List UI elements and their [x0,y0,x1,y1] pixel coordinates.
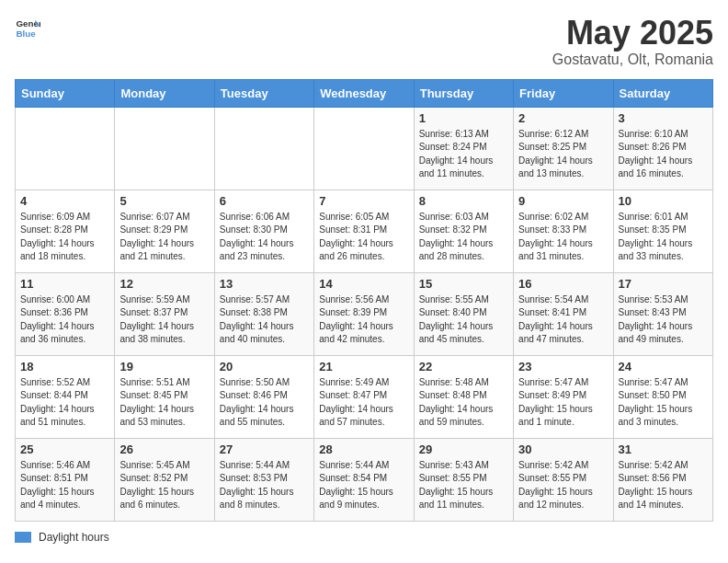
calendar-cell: 26Sunrise: 5:45 AM Sunset: 8:52 PM Dayli… [115,438,214,521]
calendar-cell: 28Sunrise: 5:44 AM Sunset: 8:54 PM Dayli… [314,438,414,521]
calendar-cell: 18Sunrise: 5:52 AM Sunset: 8:44 PM Dayli… [16,355,115,438]
day-info: Sunrise: 5:49 AM Sunset: 8:47 PM Dayligh… [319,376,408,430]
calendar-cell: 30Sunrise: 5:42 AM Sunset: 8:55 PM Dayli… [514,438,613,521]
calendar-cell: 16Sunrise: 5:54 AM Sunset: 8:41 PM Dayli… [514,272,613,355]
day-number: 31 [619,442,708,456]
calendar-cell: 20Sunrise: 5:50 AM Sunset: 8:46 PM Dayli… [214,355,313,438]
day-number: 21 [319,360,408,373]
calendar-table: SundayMondayTuesdayWednesdayThursdayFrid… [15,79,713,522]
day-info: Sunrise: 5:55 AM Sunset: 8:40 PM Dayligh… [419,293,508,347]
day-info: Sunrise: 5:57 AM Sunset: 8:38 PM Dayligh… [220,293,309,347]
day-number: 3 [619,111,708,125]
day-info: Sunrise: 5:53 AM Sunset: 8:43 PM Dayligh… [619,293,708,347]
day-number: 27 [220,442,309,456]
day-number: 9 [518,194,608,208]
calendar-cell: 2Sunrise: 6:12 AM Sunset: 8:25 PM Daylig… [514,107,613,190]
day-info: Sunrise: 6:12 AM Sunset: 8:25 PM Dayligh… [518,128,608,181]
day-number: 7 [319,194,408,208]
calendar-cell: 22Sunrise: 5:48 AM Sunset: 8:48 PM Dayli… [414,355,513,438]
calendar-cell: 14Sunrise: 5:56 AM Sunset: 8:39 PM Dayli… [314,272,414,355]
day-info: Sunrise: 5:47 AM Sunset: 8:50 PM Dayligh… [619,376,708,430]
svg-text:Blue: Blue [16,29,36,39]
legend: Daylight hours [15,531,713,544]
calendar-cell: 8Sunrise: 6:03 AM Sunset: 8:32 PM Daylig… [414,190,513,272]
calendar-cell: 15Sunrise: 5:55 AM Sunset: 8:40 PM Dayli… [414,272,513,355]
day-info: Sunrise: 5:51 AM Sunset: 8:45 PM Dayligh… [119,376,209,430]
calendar-header: SundayMondayTuesdayWednesdayThursdayFrid… [16,79,713,107]
legend-label: Daylight hours [39,531,109,544]
calendar-cell [214,107,313,190]
week-row-5: 25Sunrise: 5:46 AM Sunset: 8:51 PM Dayli… [16,438,713,521]
day-number: 8 [419,194,508,208]
calendar-cell: 10Sunrise: 6:01 AM Sunset: 8:35 PM Dayli… [613,190,712,272]
calendar-cell [115,107,214,190]
subtitle: Gostavatu, Olt, Romania [552,52,713,68]
day-number: 25 [20,442,109,456]
title-area: May 2025 Gostavatu, Olt, Romania [552,15,713,68]
week-row-1: 1Sunrise: 6:13 AM Sunset: 8:24 PM Daylig… [16,107,713,190]
calendar-cell: 21Sunrise: 5:49 AM Sunset: 8:47 PM Dayli… [314,355,414,438]
header: General Blue May 2025 Gostavatu, Olt, Ro… [15,15,713,68]
calendar-cell [314,107,414,190]
calendar-body: 1Sunrise: 6:13 AM Sunset: 8:24 PM Daylig… [16,107,713,521]
day-number: 6 [220,194,309,208]
day-info: Sunrise: 5:45 AM Sunset: 8:52 PM Dayligh… [119,459,209,512]
calendar-cell: 12Sunrise: 5:59 AM Sunset: 8:37 PM Dayli… [115,272,214,355]
day-info: Sunrise: 6:03 AM Sunset: 8:32 PM Dayligh… [419,211,508,264]
calendar-cell: 3Sunrise: 6:10 AM Sunset: 8:26 PM Daylig… [613,107,712,190]
day-number: 5 [119,194,209,208]
calendar-cell: 6Sunrise: 6:06 AM Sunset: 8:30 PM Daylig… [214,190,313,272]
calendar-cell: 1Sunrise: 6:13 AM Sunset: 8:24 PM Daylig… [414,107,513,190]
day-number: 2 [518,111,608,125]
day-info: Sunrise: 5:54 AM Sunset: 8:41 PM Dayligh… [518,293,608,347]
calendar-cell: 23Sunrise: 5:47 AM Sunset: 8:49 PM Dayli… [514,355,613,438]
day-info: Sunrise: 6:07 AM Sunset: 8:29 PM Dayligh… [119,211,209,264]
day-number: 13 [220,277,309,291]
day-info: Sunrise: 6:10 AM Sunset: 8:26 PM Dayligh… [619,128,708,181]
day-info: Sunrise: 5:43 AM Sunset: 8:55 PM Dayligh… [419,459,508,512]
calendar-cell: 27Sunrise: 5:44 AM Sunset: 8:53 PM Dayli… [214,438,313,521]
day-info: Sunrise: 5:42 AM Sunset: 8:55 PM Dayligh… [518,459,608,512]
day-info: Sunrise: 5:46 AM Sunset: 8:51 PM Dayligh… [20,459,109,512]
day-number: 22 [419,360,508,373]
day-number: 20 [220,360,309,373]
day-info: Sunrise: 6:05 AM Sunset: 8:31 PM Dayligh… [319,211,408,264]
day-info: Sunrise: 5:56 AM Sunset: 8:39 PM Dayligh… [319,293,408,347]
week-row-2: 4Sunrise: 6:09 AM Sunset: 8:28 PM Daylig… [16,190,713,272]
week-row-3: 11Sunrise: 6:00 AM Sunset: 8:36 PM Dayli… [16,272,713,355]
week-row-4: 18Sunrise: 5:52 AM Sunset: 8:44 PM Dayli… [16,355,713,438]
day-info: Sunrise: 6:06 AM Sunset: 8:30 PM Dayligh… [220,211,309,264]
day-info: Sunrise: 6:09 AM Sunset: 8:28 PM Dayligh… [20,211,109,264]
calendar-cell: 17Sunrise: 5:53 AM Sunset: 8:43 PM Dayli… [613,272,712,355]
day-info: Sunrise: 5:44 AM Sunset: 8:54 PM Dayligh… [319,459,408,512]
logo-icon: General Blue [15,15,40,40]
day-info: Sunrise: 5:50 AM Sunset: 8:46 PM Dayligh… [220,376,309,430]
day-number: 12 [119,277,209,291]
calendar-cell: 9Sunrise: 6:02 AM Sunset: 8:33 PM Daylig… [514,190,613,272]
calendar-cell: 19Sunrise: 5:51 AM Sunset: 8:45 PM Dayli… [115,355,214,438]
day-info: Sunrise: 6:13 AM Sunset: 8:24 PM Dayligh… [419,128,508,181]
day-number: 28 [319,442,408,456]
day-number: 15 [419,277,508,291]
day-info: Sunrise: 6:02 AM Sunset: 8:33 PM Dayligh… [518,211,608,264]
calendar-cell: 13Sunrise: 5:57 AM Sunset: 8:38 PM Dayli… [214,272,313,355]
header-day-wednesday: Wednesday [314,79,414,107]
day-info: Sunrise: 5:44 AM Sunset: 8:53 PM Dayligh… [220,459,309,512]
calendar-cell: 24Sunrise: 5:47 AM Sunset: 8:50 PM Dayli… [613,355,712,438]
calendar-cell [16,107,115,190]
legend-color-box [15,532,31,543]
day-number: 29 [419,442,508,456]
day-number: 18 [20,360,109,373]
calendar-cell: 29Sunrise: 5:43 AM Sunset: 8:55 PM Dayli… [414,438,513,521]
main-title: May 2025 [552,15,713,52]
header-day-monday: Monday [115,79,214,107]
header-day-thursday: Thursday [414,79,513,107]
calendar-cell: 5Sunrise: 6:07 AM Sunset: 8:29 PM Daylig… [115,190,214,272]
calendar-cell: 31Sunrise: 5:42 AM Sunset: 8:56 PM Dayli… [613,438,712,521]
day-info: Sunrise: 5:47 AM Sunset: 8:49 PM Dayligh… [518,376,608,430]
header-day-tuesday: Tuesday [214,79,313,107]
day-info: Sunrise: 5:42 AM Sunset: 8:56 PM Dayligh… [619,459,708,512]
day-info: Sunrise: 5:48 AM Sunset: 8:48 PM Dayligh… [419,376,508,430]
calendar-cell: 7Sunrise: 6:05 AM Sunset: 8:31 PM Daylig… [314,190,414,272]
day-number: 19 [119,360,209,373]
